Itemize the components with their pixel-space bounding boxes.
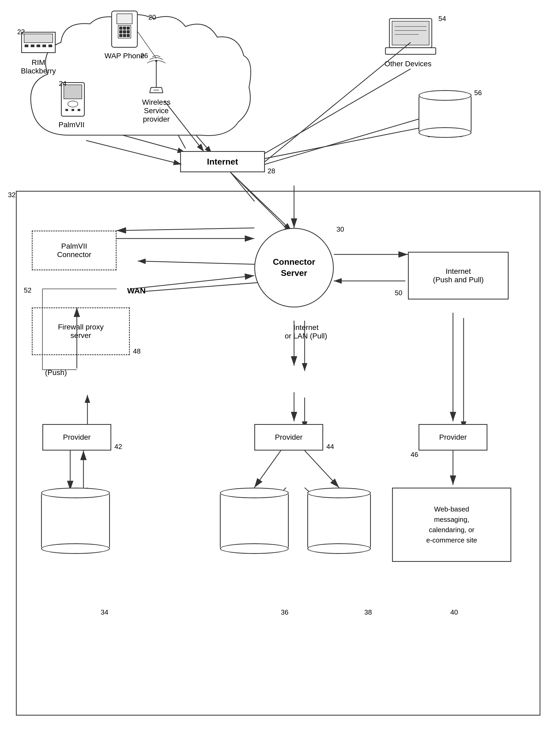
imap-pop3-cylinder [220,488,289,554]
imap-pop3-num: 36 [281,608,288,617]
web-messaging-box: Web-basedmessaging,calendaring, ore-comm… [392,488,511,562]
firewall-num: 48 [133,347,141,355]
web-messaging-label: Web-basedmessaging,calendaring, ore-comm… [426,504,477,546]
num-52-label: 52 [24,286,32,294]
provider-right-box: Provider [419,424,487,451]
firewall-proxy-label: Firewall proxyserver [58,323,104,340]
diagram: WAP Phone 20 RIMBlackberry 22 PalmVII 24 [0,0,560,732]
ms-exchange-cylinder [41,488,110,554]
wap-phone-num: 20 [148,13,156,21]
provider-right-num: 46 [411,451,418,459]
wireless-num: 26 [140,52,148,60]
internet-push-pull-num: 50 [395,289,402,297]
wap-phone-icon [111,11,138,48]
provider-left-num: 42 [114,443,122,451]
provider-right-label: Provider [439,433,467,442]
palmvii-device-num: 24 [59,79,66,88]
svg-line-27 [162,87,163,93]
rim-blackberry-label: RIMBlackberry [16,58,61,75]
remote-data-store-cylinder [419,90,472,138]
web-messaging-num: 40 [450,608,458,617]
svg-point-29 [155,60,157,62]
internet-push-pull-box: Internet(Push and Pull) [408,252,509,299]
remote-data-store-num: 56 [474,89,482,97]
palmvii-connector-label: PalmVIIConnector [57,242,91,259]
ms-exchange-num: 34 [101,608,108,617]
svg-rect-31 [392,21,429,45]
internet-top-num: 28 [268,167,275,175]
other-devices-label: Other Devices [381,60,434,68]
push-label: (Push) [45,369,67,377]
provider-middle-num: 44 [326,443,334,451]
internet-top-box: Internet [180,151,265,172]
connector-server-circle: ConnectorServer [254,228,334,307]
svg-line-26 [150,87,151,93]
svg-line-6 [260,69,411,156]
connector-server-label: ConnectorServer [273,257,315,278]
provider-left-box: Provider [42,424,111,451]
connector-server-num: 30 [336,225,344,233]
rim-num: 22 [17,28,25,36]
blackberry-icon [21,32,56,53]
wap-phone-label: WAP Phone [103,52,146,60]
wan-label: WAN [127,286,146,295]
other-devices-num: 54 [438,15,446,23]
svg-rect-32 [385,48,436,54]
firewall-proxy-box: Firewall proxyserver [32,307,130,355]
laptop-icon [384,16,437,58]
provider-middle-box: Provider [254,424,323,451]
ldap-cylinder [307,488,371,554]
outer-box-num: 32 [8,191,16,199]
provider-middle-label: Provider [275,433,303,442]
ldap-num: 38 [364,608,372,617]
internet-push-pull-label: Internet(Push and Pull) [433,267,483,284]
internet-lan-label: Internetor LAN (Pull) [265,323,347,340]
internet-top-label: Internet [207,157,238,167]
provider-left-label: Provider [63,433,91,442]
wireless-service-label: WirelessServiceprovider [130,98,183,123]
palmvii-connector-box: PalmVIIConnector [32,230,117,270]
palmvii-label: PalmVII [54,121,89,129]
